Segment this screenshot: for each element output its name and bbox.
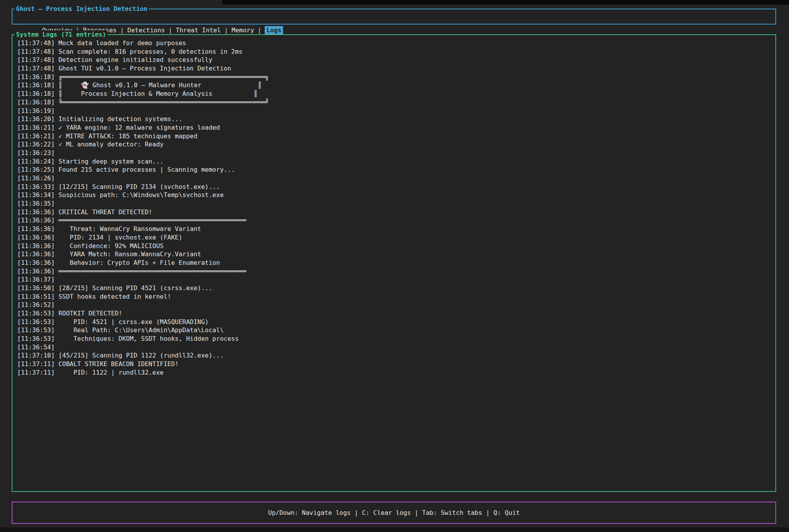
log-line: [11:36:36]══════════════════════════════… xyxy=(17,216,775,225)
log-message: CRITICAL THREAT DETECTED! xyxy=(58,208,152,216)
footer-help-text: Up/Down: Navigate logs | C: Clear logs |… xyxy=(12,502,775,523)
log-timestamp: [11:36:26] xyxy=(17,174,58,182)
log-message: Threat: WannaCry Ransomware Variant xyxy=(58,225,201,233)
log-timestamp: [11:36:52] xyxy=(17,301,58,308)
log-message: Starting deep system scan... xyxy=(58,158,164,165)
log-timestamp: [11:36:24] xyxy=(17,158,58,165)
log-line: [11:36:18]╔═════════════════════════════… xyxy=(17,73,775,81)
app-title: Ghost — Process Injection Detection xyxy=(14,5,149,13)
log-message: Behavior: Crypto APIs + File Enumeration xyxy=(58,259,220,266)
log-message: ╚═══════════════════════════════════════… xyxy=(58,99,269,106)
tab-separator: | xyxy=(254,26,265,34)
log-message: [45/215] Scanning PID 1122 (rundll32.exe… xyxy=(58,352,224,359)
header-panel: Ghost — Process Injection Detection Over… xyxy=(12,9,776,25)
log-timestamp: [11:36:33] xyxy=(17,183,58,190)
log-line: [11:36:35] xyxy=(17,199,775,208)
log-line: [11:36:36] PID: 2134 | svchost.exe (FAKE… xyxy=(17,233,775,242)
log-line: [11:36:53] PID: 4521 | csrss.exe (MASQUE… xyxy=(17,318,775,326)
log-timestamp: [11:36:35] xyxy=(17,200,58,207)
window-chrome-strip-top xyxy=(222,0,789,5)
log-message: Scan complete: 816 processes, 0 detectio… xyxy=(58,48,242,55)
log-message: ║ Process Injection & Memory Analysis ║ xyxy=(58,90,258,97)
log-line: [11:36:36] YARA Match: Ransom.WannaCry.V… xyxy=(17,250,775,259)
log-message: PID: 1122 | rundll32.exe xyxy=(58,369,164,376)
tab-threat-intel[interactable]: Threat Intel xyxy=(176,26,221,34)
log-timestamp: [11:36:54] xyxy=(17,344,58,351)
log-timestamp: [11:36:53] xyxy=(17,318,58,326)
log-timestamp: [11:36:36] xyxy=(17,250,58,258)
log-message: Ghost TUI v0.1.0 — Process Injection Det… xyxy=(58,65,231,72)
log-timestamp: [11:36:36] xyxy=(17,217,58,224)
log-line: [11:37:48]Detection engine initialized s… xyxy=(17,56,775,64)
log-timestamp: [11:37:10] xyxy=(17,352,58,359)
log-timestamp: [11:36:25] xyxy=(17,166,58,173)
log-message: PID: 4521 | csrss.exe (MASQUERADING) xyxy=(58,318,209,326)
log-line: [11:36:21]✓ MITRE ATT&CK: 185 techniques… xyxy=(17,132,775,141)
log-timestamp: [11:36:36] xyxy=(17,259,58,266)
log-message: YARA Match: Ransom.WannaCry.Variant xyxy=(58,250,201,258)
log-message: Initializing detection systems... xyxy=(58,115,182,123)
log-line: [11:37:48]Mock data loaded for demo purp… xyxy=(17,39,775,48)
log-timestamp: [11:36:34] xyxy=(17,191,58,199)
log-message: ROOTKIT DETECTED! xyxy=(58,310,122,317)
log-timestamp: [11:36:51] xyxy=(17,293,58,300)
log-line: [11:36:37] xyxy=(17,275,775,284)
window-chrome-strip-bottom xyxy=(0,527,789,532)
log-line: [11:36:18]║ 👻 Ghost v0.1.0 — Malware Hun… xyxy=(17,81,775,90)
log-line: [11:36:36] Confidence: 92% MALICIOUS xyxy=(17,242,775,250)
log-timestamp: [11:36:21] xyxy=(17,124,58,131)
log-line: [11:36:50][28/215] Scanning PID 4521 (cs… xyxy=(17,284,775,292)
log-timestamp: [11:36:37] xyxy=(17,276,58,283)
log-timestamp: [11:36:53] xyxy=(17,326,58,334)
log-timestamp: [11:37:48] xyxy=(17,39,58,47)
log-line: [11:36:51]SSDT hooks detected in kernel! xyxy=(17,292,775,301)
log-timestamp: [11:36:18] xyxy=(17,99,58,106)
log-timestamp: [11:36:53] xyxy=(17,335,58,342)
tab-detections[interactable]: Detections xyxy=(127,26,165,34)
terminal-screen: Ghost — Process Injection Detection Over… xyxy=(0,0,789,532)
tab-logs[interactable]: Logs xyxy=(265,26,283,34)
tab-separator: | xyxy=(165,26,176,34)
log-line: [11:36:53] Techniques: DKOM, SSDT hooks,… xyxy=(17,335,775,343)
log-line: [11:36:34]Suspicious path: C:\Windows\Te… xyxy=(17,191,775,199)
log-timestamp: [11:36:50] xyxy=(17,284,58,292)
log-line: [11:36:19] xyxy=(17,107,775,115)
log-line: [11:36:36] Behavior: Crypto APIs + File … xyxy=(17,259,775,267)
log-line: [11:36:25]Found 215 active processes | S… xyxy=(17,166,775,174)
logs-panel-title: System Logs (71 entries) xyxy=(14,30,108,39)
log-timestamp: [11:36:53] xyxy=(17,310,58,317)
log-line: [11:37:48]Scan complete: 816 processes, … xyxy=(17,48,775,56)
log-list[interactable]: [11:37:48]Mock data loaded for demo purp… xyxy=(12,35,775,489)
log-line: [11:36:52] xyxy=(17,301,775,309)
log-timestamp: [11:36:36] xyxy=(17,208,58,216)
log-line: [11:36:22]✓ ML anomaly detector: Ready xyxy=(17,140,775,149)
log-line: [11:36:36]CRITICAL THREAT DETECTED! xyxy=(17,208,775,217)
tab-separator: | xyxy=(221,26,232,34)
log-line: [11:36:36]══════════════════════════════… xyxy=(17,267,775,276)
tab-memory[interactable]: Memory xyxy=(232,26,254,34)
log-timestamp: [11:36:36] xyxy=(17,268,58,275)
tab-separator: | xyxy=(117,26,127,34)
log-message: Detection engine initialized successfull… xyxy=(58,56,212,63)
log-timestamp: [11:37:48] xyxy=(17,65,58,72)
log-timestamp: [11:37:48] xyxy=(17,56,58,63)
log-line: [11:36:21]✓ YARA engine: 12 malware sign… xyxy=(17,123,775,132)
log-message: ════════════════════════════════════════… xyxy=(58,217,246,224)
log-line: [11:36:36] Threat: WannaCry Ransomware V… xyxy=(17,225,775,233)
log-message: Techniques: DKOM, SSDT hooks, Hidden pro… xyxy=(58,335,239,342)
log-line: [11:36:53] Real Path: C:\Users\Admin\App… xyxy=(17,326,775,335)
log-line: [11:37:48]Ghost TUI v0.1.0 — Process Inj… xyxy=(17,64,775,73)
log-message: ✓ ML anomaly detector: Ready xyxy=(58,141,164,148)
log-message: ✓ MITRE ATT&CK: 185 techniques mapped xyxy=(58,132,197,140)
log-timestamp: [11:36:19] xyxy=(17,107,58,115)
log-message: Real Path: C:\Users\Admin\AppData\Local\ xyxy=(58,326,224,334)
log-timestamp: [11:36:18] xyxy=(17,73,58,81)
log-timestamp: [11:36:36] xyxy=(17,225,58,233)
log-line: [11:36:18]╚═════════════════════════════… xyxy=(17,98,775,107)
log-line: [11:37:11]COBALT STRIKE BEACON IDENTIFIE… xyxy=(17,360,775,368)
log-message: ╔═══════════════════════════════════════… xyxy=(58,73,269,81)
log-message: SSDT hooks detected in kernel! xyxy=(58,293,171,300)
log-line: [11:36:53]ROOTKIT DETECTED! xyxy=(17,309,775,318)
log-timestamp: [11:36:23] xyxy=(17,149,58,157)
log-timestamp: [11:37:11] xyxy=(17,360,58,368)
